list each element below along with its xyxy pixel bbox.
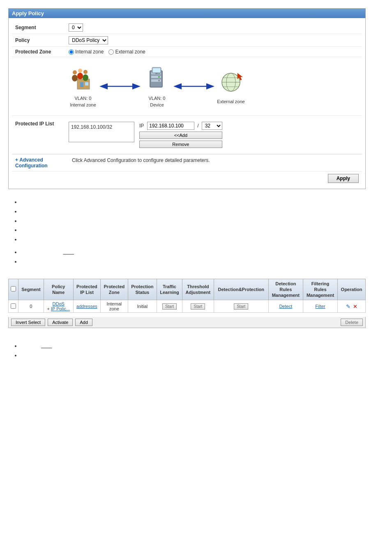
panel-header: Apply Policy [9,9,365,18]
device-name: Device [150,102,164,107]
col-traffic: TrafficLearning [157,279,182,300]
ip-input-area: IP / 32 24 16 8 <<Add R [139,122,222,148]
col-status: ProtectionStatus [128,279,157,300]
device-item: VLAN: 0 Device [143,65,171,107]
select-all-checkbox[interactable] [11,286,16,291]
table-header-row: Segment PolicyName ProtectedIP List Prot… [9,279,366,300]
plus-icon: + [15,157,18,163]
ip-list-item-1: 192.168.10.100/32 [70,123,133,131]
zone-radio-group: Internal zone External zone [69,49,359,55]
row-ip-list: addresses [73,300,100,313]
apply-row: Apply [12,171,362,185]
bullet-list-1 [21,197,384,244]
policy-row: Policy DDoS Policy [12,34,362,47]
advanced-label[interactable]: AdvancedConfiguration [15,157,48,169]
row-checkbox[interactable] [11,303,16,309]
ip-list-section: 192.168.10.100/32 IP / 32 24 16 [69,119,359,150]
table-row: 0 DDoS + IP Polic... addresses Internalz… [9,300,366,313]
protected-ip-label: Protected IP List [15,119,69,127]
bullet-link-1[interactable] [63,249,74,255]
device-icon [143,65,171,94]
delete-button[interactable]: Delete [341,319,363,326]
row-traffic-learning: Start [157,300,182,313]
edit-icon[interactable]: ✎ [346,303,350,310]
col-filt-rules: FilteringRulesManagement [303,279,337,300]
row-detection-protection: Start [214,300,268,313]
protected-zone-row: Protected Zone Internal zone External zo… [12,47,362,57]
policy-label: Policy [15,37,69,43]
slash-separator: / [197,123,198,129]
traffic-start-btn[interactable]: Start [162,303,177,310]
delete-icon[interactable]: ✕ [353,303,357,310]
svg-rect-19 [155,73,158,74]
filter-link[interactable]: Filter [315,304,325,309]
svg-point-7 [83,70,88,74]
protected-zone-label: Protected Zone [15,49,69,55]
external-zone-icon [217,69,245,97]
external-zone-radio[interactable] [108,49,114,55]
policy-table: Segment PolicyName ProtectedIP List Prot… [8,279,366,313]
external-zone-text: External zone [115,49,145,55]
apply-button[interactable]: Apply [328,174,359,183]
detect-link[interactable]: Detect [279,304,292,309]
remove-ip-button[interactable]: Remove [139,141,222,148]
bullet-item-1-1 [21,197,384,207]
internal-zone-radio-label[interactable]: Internal zone [69,49,104,55]
col-segment: Segment [18,279,44,300]
bullet-item-1-5 [21,235,384,244]
network-diagram-row: VLAN: 0 Internal zone [12,57,362,116]
col-zone: ProtectedZone [101,279,128,300]
col-threshold: ThresholdAdjustment [182,279,214,300]
bullet-list-3 [21,341,384,360]
col-detection: Detection&Protection [214,279,268,300]
internal-zone-item: VLAN: 0 Internal zone [69,65,97,107]
segment-label: Segment [15,25,69,30]
ip-input-row: IP / 32 24 16 8 [139,122,222,130]
advanced-config-row: + AdvancedConfiguration Click Advanced C… [12,154,362,171]
advanced-desc: Click Advanced Configuration to configur… [72,157,210,163]
bullet-item-2-2 [21,257,384,266]
invert-select-button[interactable]: Invert Select [11,319,45,326]
activate-button[interactable]: Activate [48,319,73,326]
ip-address-input[interactable] [147,122,194,130]
add-button[interactable]: Add [75,319,92,326]
protected-ip-list-row: Protected IP List 192.168.10.100/32 IP / [12,116,362,154]
bullet-item-3-1 [21,341,384,351]
col-det-rules: DetectionRulesManagement [268,279,303,300]
ip-policy-link[interactable]: IP Polic... [51,306,70,311]
policy-select[interactable]: DDoS Policy [69,36,108,44]
external-zone-radio-label[interactable]: External zone [108,49,145,55]
segment-row: Segment 0 [12,21,362,34]
ip-addresses-link[interactable]: addresses [76,304,97,309]
internal-zone-name: Internal zone [70,102,96,107]
row-policy-name: DDoS + IP Polic... [44,300,73,313]
col-operation: Operation [338,279,366,300]
detection-start-btn[interactable]: Start [234,303,248,310]
row-det-rules: Detect [268,300,303,313]
external-zone-item: External zone [217,69,245,104]
row-segment: 0 [18,300,44,313]
vlan-left-label: VLAN: 0 [75,96,92,101]
ip-list-box: 192.168.10.100/32 [69,122,134,142]
right-arrow-svg [171,80,217,92]
add-remove-buttons: <<Add Remove [139,132,222,148]
advanced-config-label[interactable]: + AdvancedConfiguration [15,157,69,169]
right-arrow [171,80,217,92]
row-zone: Internalzone [101,300,128,313]
threshold-start-btn[interactable]: Start [191,303,205,310]
row-status: Initial [128,300,157,313]
svg-point-5 [78,69,82,73]
bullet-item-2-1 [21,247,384,257]
panel-title: Apply Policy [12,10,44,16]
mask-select[interactable]: 32 24 16 8 [202,122,222,130]
segment-select[interactable]: 0 [69,23,83,32]
internal-zone-radio[interactable] [69,49,74,55]
col-checkbox [9,279,18,300]
ddos-link[interactable]: DDoS [53,301,65,306]
svg-point-4 [72,75,78,81]
row-threshold: Start [182,300,214,313]
bullet-link-2[interactable] [41,343,52,349]
add-ip-button[interactable]: <<Add [139,132,222,139]
col-policy-name: PolicyName [44,279,73,300]
svg-point-15 [158,76,160,78]
